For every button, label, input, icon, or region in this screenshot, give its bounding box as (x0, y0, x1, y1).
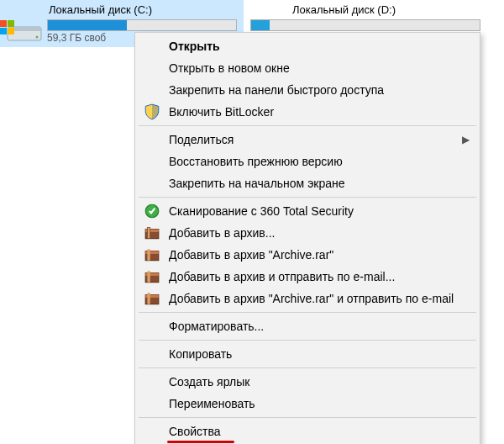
context-menu: Открыть Открыть в новом окне Закрепить н… (134, 32, 480, 444)
menu-add-archive[interactable]: Добавить в архив... (137, 222, 478, 244)
menu-separator (139, 125, 476, 126)
winrar-icon (144, 225, 160, 240)
svg-rect-14 (147, 249, 150, 260)
menu-copy[interactable]: Копировать (137, 343, 478, 365)
menu-rename[interactable]: Переименовать (137, 393, 478, 415)
svg-rect-4 (8, 20, 14, 27)
menu-format[interactable]: Форматировать... (137, 315, 478, 337)
svg-rect-10 (147, 227, 150, 238)
winrar-icon (144, 291, 160, 306)
menu-scan-360[interactable]: Сканирование с 360 Total Security (137, 200, 478, 222)
menu-add-archive-rar[interactable]: Добавить в архив "Archive.rar" (137, 244, 478, 266)
menu-open[interactable]: Открыть (137, 35, 478, 57)
menu-separator (139, 340, 476, 341)
menu-open-new-window[interactable]: Открыть в новом окне (137, 57, 478, 79)
windows-logo-icon (0, 20, 15, 35)
scan-icon (144, 204, 160, 219)
menu-separator (139, 312, 476, 313)
menu-add-archive-rar-email[interactable]: Добавить в архив "Archive.rar" и отправи… (137, 288, 478, 309)
menu-share[interactable]: Поделиться ▶ (137, 129, 478, 151)
drive-c-capacity-bar (47, 19, 237, 31)
menu-pin-quick-access[interactable]: Закрепить на панели быстрого доступа (137, 79, 478, 101)
svg-point-2 (36, 35, 39, 38)
winrar-icon (144, 247, 160, 262)
drive-c-capacity-fill (48, 20, 127, 30)
drive-d-label: Локальный диск (D:) (247, 2, 484, 18)
drive-d-capacity-bar (250, 19, 480, 31)
svg-rect-17 (147, 271, 150, 282)
shield-icon (144, 104, 160, 119)
menu-create-shortcut[interactable]: Создать ярлык (137, 371, 478, 393)
menu-properties[interactable]: Свойства (137, 420, 478, 442)
svg-rect-6 (8, 28, 14, 34)
drive-d-capacity-fill (251, 20, 270, 30)
drive-c-label: Локальный диск (C:) (3, 2, 240, 18)
chevron-right-icon: ▶ (462, 134, 470, 145)
menu-separator (139, 367, 476, 368)
menu-add-archive-email[interactable]: Добавить в архив и отправить по e-mail..… (137, 266, 478, 288)
menu-pin-start[interactable]: Закрепить на начальном экране (137, 172, 478, 194)
svg-rect-3 (0, 20, 7, 27)
menu-restore-previous[interactable]: Восстановить прежнюю версию (137, 151, 478, 172)
menu-separator (139, 197, 476, 198)
svg-rect-20 (147, 293, 150, 304)
svg-rect-5 (0, 28, 7, 34)
menu-separator (139, 417, 476, 418)
menu-bitlocker[interactable]: Включить BitLocker (137, 101, 478, 123)
winrar-icon (144, 269, 160, 284)
